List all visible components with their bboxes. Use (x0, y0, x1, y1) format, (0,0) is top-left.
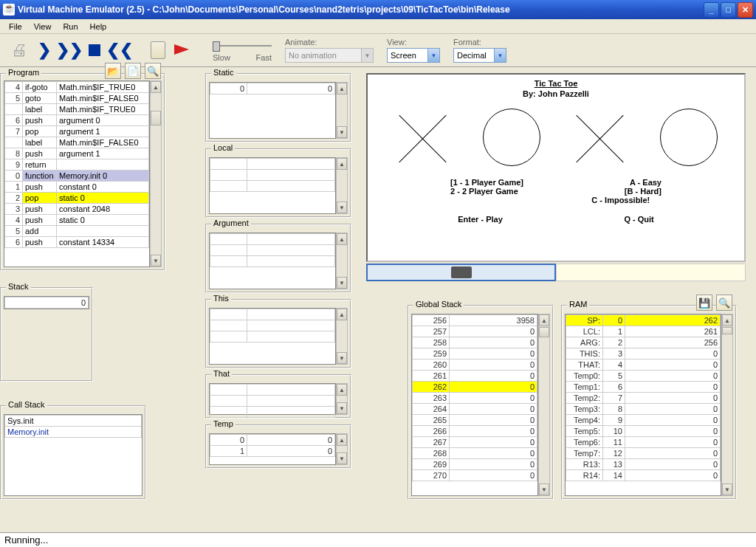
menu-view[interactable]: View (28, 21, 58, 32)
temp-table[interactable]: 0010 (209, 433, 336, 465)
program-panel: Program 📂 📄 🔍 4if-gotoMath.min$IF_TRUE05… (0, 73, 165, 271)
script-button[interactable] (148, 40, 168, 61)
screen-author: By: John Pazzelli (368, 89, 744, 98)
search-button[interactable]: 🔍 (145, 63, 161, 79)
that-panel: That ▲▼ (205, 374, 351, 419)
stack-title: Stack (6, 282, 31, 291)
x-icon (394, 109, 452, 166)
stack-panel: Stack 0 (0, 287, 93, 382)
argument-scrollbar[interactable]: ▲▼ (336, 233, 348, 289)
screen-title: Tic Tac Toe (368, 79, 744, 88)
x-icon (571, 109, 629, 166)
temp-scrollbar[interactable]: ▲▼ (336, 433, 348, 465)
callstack-table[interactable]: Sys.initMemory.init (4, 414, 142, 496)
animate-combo: No animation▼ (285, 48, 374, 63)
new-file-button[interactable]: 📄 (125, 63, 141, 79)
o-icon (483, 109, 540, 166)
that-table[interactable] (209, 383, 336, 415)
screen-output: Tic Tac Toe By: John Pazzelli [1 - 1 Pla… (366, 73, 746, 262)
maximize-button[interactable]: □ (721, 2, 736, 18)
slow-label: Slow (213, 53, 230, 62)
argument-panel: Argument ▲▼ (205, 224, 351, 293)
java-icon (3, 4, 15, 16)
local-table[interactable] (209, 157, 336, 214)
speed-slider[interactable]: SlowFast (213, 38, 272, 62)
breakpoint-button[interactable] (173, 40, 193, 61)
stack-table[interactable]: 0 (4, 296, 89, 309)
o-icon (660, 109, 718, 166)
status-bar: Running... (0, 532, 756, 547)
menu-help[interactable]: Help (84, 21, 113, 32)
close-button[interactable]: ✕ (738, 2, 753, 18)
ram-search-button[interactable]: 🔍 (716, 295, 732, 311)
titlebar: Virtual Machine Emulator (2.5) - C:\John… (0, 0, 756, 19)
open-folder-button[interactable]: 📂 (105, 63, 121, 79)
stop-button[interactable] (84, 40, 105, 61)
rewind-button[interactable]: ❮❮ (109, 40, 130, 61)
ram-panel: RAM 💾 🔍 SP:0262LCL:1261ARG:2256THIS:30TH… (561, 305, 737, 500)
local-scrollbar[interactable]: ▲▼ (336, 157, 348, 214)
global-stack-table[interactable]: 2563958257025802590260026102620263026402… (411, 314, 538, 496)
fast-label: Fast (256, 53, 272, 62)
static-panel: Static 00 ▲▼ (205, 73, 351, 142)
step-button[interactable]: ❯ (34, 40, 55, 61)
keyboard-bar (366, 264, 746, 281)
menubar: File View Run Help (0, 19, 756, 34)
format-label: Format: (453, 38, 506, 47)
window-title: Virtual Machine Emulator (2.5) - C:\John… (18, 4, 704, 15)
this-table[interactable] (209, 308, 336, 365)
program-scrollbar[interactable]: ▲▼ (150, 80, 162, 267)
this-scrollbar[interactable]: ▲▼ (336, 308, 348, 365)
view-label: View: (387, 38, 440, 47)
view-combo[interactable]: Screen▼ (387, 48, 440, 63)
program-title: Program (6, 68, 41, 77)
local-panel: Local ▲▼ (205, 148, 351, 218)
this-panel: This ▲▼ (205, 299, 351, 368)
minimize-button[interactable]: _ (704, 2, 719, 18)
global-stack-scrollbar[interactable]: ▲▼ (538, 314, 550, 496)
ram-scrollbar[interactable]: ▲▼ (721, 314, 733, 496)
keyboard-input[interactable] (366, 264, 556, 281)
temp-panel: Temp 0010 ▲▼ (205, 424, 351, 469)
animate-label: Animate: (285, 38, 374, 47)
keyboard-icon (451, 266, 472, 278)
that-scrollbar[interactable]: ▲▼ (336, 383, 348, 415)
callstack-title: Call Stack (6, 400, 47, 409)
global-stack-panel: Global Stack 256395825702580259026002610… (408, 305, 554, 500)
program-table[interactable]: 4if-gotoMath.min$IF_TRUE05gotoMath.min$I… (4, 80, 150, 267)
ram-title: RAM (567, 300, 589, 309)
global-stack-title: Global Stack (413, 300, 464, 309)
static-scrollbar[interactable]: ▲▼ (336, 82, 348, 139)
callstack-panel: Call Stack Sys.initMemory.init (0, 405, 146, 500)
format-combo[interactable]: Decimal▼ (453, 48, 506, 63)
ram-table[interactable]: SP:0262LCL:1261ARG:2256THIS:30THAT:40Tem… (565, 314, 721, 496)
argument-table[interactable] (209, 233, 336, 289)
ram-save-button[interactable]: 💾 (696, 295, 712, 311)
menu-file[interactable]: File (3, 21, 28, 32)
menu-run[interactable]: Run (57, 21, 83, 32)
print-button[interactable]: 🖨 (9, 40, 30, 61)
stack-value: 0 (5, 297, 89, 309)
static-table[interactable]: 00 (209, 82, 336, 139)
fast-forward-button[interactable]: ❯❯ (59, 40, 80, 61)
